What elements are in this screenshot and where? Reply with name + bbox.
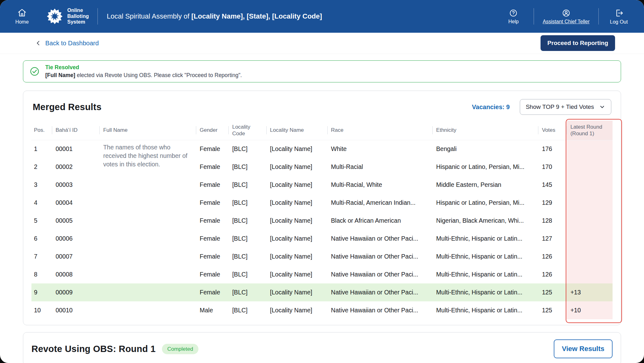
cell-race: Native Hawaiian or Other Paci... [327, 248, 432, 265]
cell-value: 10 [34, 307, 41, 314]
cell-gender: Female [196, 265, 228, 283]
navbar-right-group: Help Assistant Chief Teller Log Out [502, 8, 630, 25]
cell-locality-code: [BLC] [228, 194, 266, 212]
home-icon [17, 8, 27, 18]
table-row: 6 00006 Female [BLC] [Locality Name] Nat… [31, 230, 613, 248]
cell-pos: 4 [31, 194, 52, 212]
table-row: 5 00005 Female [BLC] [Locality Name] Bla… [31, 212, 613, 230]
top-navbar: Home Online Balloting System Local Spiri… [0, 0, 644, 33]
cell-value: 1 [34, 145, 37, 152]
cell-locality-name: [Locality Name] [266, 158, 327, 176]
assembly-title: Local Spiritual Assembly of [Locality Na… [107, 12, 496, 20]
cell-latest-round [567, 140, 613, 158]
cell-full-name [99, 265, 196, 283]
cell-full-name [99, 283, 196, 301]
cell-value: Native Hawaiian or Other Paci... [331, 253, 418, 260]
app-logo: Online Balloting System [47, 8, 89, 25]
alert-text-block: Tie Resolved [Full Name] elected via Rev… [45, 64, 242, 79]
assembly-title-placeholders: [Locality Name], [State], [Locality Code… [191, 12, 322, 20]
table-row: 10 00010 Male [BLC] [Locality Name] Nati… [31, 301, 613, 319]
cell-bahai-id: 00007 [52, 248, 100, 265]
tie-resolved-alert: Tie Resolved [Full Name] elected via Rev… [23, 60, 621, 82]
nav-divider [598, 8, 599, 25]
cell-value: [BLC] [232, 145, 247, 152]
alert-title: Tie Resolved [45, 64, 242, 71]
cell-gender: Female [196, 212, 228, 230]
proceed-to-reporting-button[interactable]: Proceed to Reporting [541, 35, 615, 51]
cell-ethnicity: Multi-Ethnic, Hispanic or Latin... [432, 230, 538, 248]
cell-value: Hispanic or Latino, Persian, Mi... [436, 199, 525, 206]
cell-full-name: The names of those who received the high… [99, 140, 196, 158]
nav-help[interactable]: Help [502, 9, 525, 24]
logo-line: Online [67, 8, 89, 13]
cell-value: Black or African American [331, 217, 401, 224]
cell-value: [Locality Name] [270, 163, 312, 170]
cell-locality-name: [Locality Name] [266, 194, 327, 212]
cell-value: 176 [542, 145, 552, 152]
cell-value: Female [200, 217, 220, 224]
cell-ethnicity: Multi-Ethnic, Hispanic or Latin... [432, 265, 538, 283]
cell-full-name [99, 301, 196, 319]
cell-pos: 2 [31, 158, 52, 176]
col-header-votes: Votes [538, 120, 567, 140]
cell-value: Multi-Ethnic, Hispanic or Latin... [436, 289, 522, 296]
top-votes-filter-dropdown[interactable]: Show TOP 9 + Tied Votes [520, 99, 611, 115]
cell-votes: 129 [538, 194, 567, 212]
cell-value: Native Hawaiian or Other Paci... [331, 289, 418, 296]
view-results-button[interactable]: View Results [554, 339, 613, 358]
cell-locality-code: [BLC] [228, 140, 266, 158]
cell-gender: Female [196, 176, 228, 194]
alert-message-name: [Full Name] [45, 72, 75, 78]
cell-locality-code: [BLC] [228, 212, 266, 230]
nav-help-label: Help [508, 19, 519, 24]
cell-value: Female [200, 235, 220, 242]
cell-race: White [327, 140, 432, 158]
nav-logout-label: Log Out [610, 20, 628, 25]
cell-gender: Female [196, 248, 228, 265]
user-circle-icon [562, 9, 570, 17]
chevron-down-icon [599, 104, 605, 110]
back-to-dashboard-label: Back to Dashboard [45, 40, 99, 47]
cell-value: 6 [34, 235, 37, 242]
cell-pos: 9 [31, 283, 52, 301]
cell-race: Native Hawaiian or Other Paci... [327, 301, 432, 319]
nav-logout[interactable]: Log Out [608, 8, 630, 25]
cell-value: 126 [542, 253, 552, 260]
nav-home-label: Home [15, 20, 29, 25]
back-to-dashboard-link[interactable]: Back to Dashboard [35, 40, 99, 47]
cell-value: 129 [542, 199, 552, 206]
cell-value: 00003 [56, 181, 73, 188]
cell-votes: 176 [538, 140, 567, 158]
cell-race: Multi-Racial, White [327, 176, 432, 194]
col-header-gender: Gender [196, 120, 228, 140]
cell-value: [Locality Name] [270, 181, 312, 188]
nav-user-assistant-chief-teller[interactable]: Assistant Chief Teller [543, 9, 590, 24]
cell-value: 00002 [56, 163, 73, 170]
cell-value: [Locality Name] [270, 217, 312, 224]
cell-value: 00008 [56, 271, 73, 278]
cell-pos: 7 [31, 248, 52, 265]
cell-ethnicity: Multi-Ethnic, Hispanic or Latin... [432, 283, 538, 301]
cell-value: 9 [34, 289, 37, 296]
cell-latest-round [567, 158, 613, 176]
cell-votes: 128 [538, 212, 567, 230]
cell-race: Multi-Racial, American Indian... [327, 194, 432, 212]
check-circle-icon [30, 66, 40, 76]
cell-value: 125 [542, 289, 552, 296]
cell-value: Multi-Ethnic, Hispanic or Latin... [436, 253, 522, 260]
vacancies-label: Vacancies: 9 [472, 103, 510, 111]
cell-value: 128 [542, 217, 552, 224]
cell-ethnicity: Bengali [432, 140, 538, 158]
cell-gender: Female [196, 283, 228, 301]
cell-value: Female [200, 163, 220, 170]
cell-full-name [99, 248, 196, 265]
cell-pos: 8 [31, 265, 52, 283]
cell-value: 00009 [56, 289, 73, 296]
cell-value: [Locality Name] [270, 253, 312, 260]
cell-votes: 145 [538, 176, 567, 194]
merged-results-controls: Vacancies: 9 Show TOP 9 + Tied Votes [472, 99, 611, 115]
cell-value: White [331, 145, 347, 152]
cell-bahai-id: 00008 [52, 265, 100, 283]
nav-home[interactable]: Home [11, 8, 33, 25]
cell-value: 00004 [56, 199, 73, 206]
